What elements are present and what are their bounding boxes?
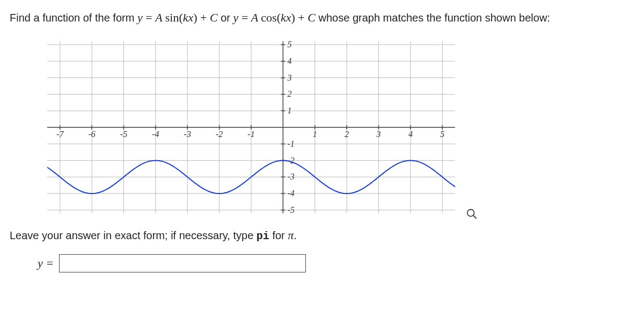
svg-text:-1: -1 [287, 139, 294, 148]
form1-y: y [137, 11, 143, 24]
svg-text:4: 4 [408, 130, 413, 139]
hint-suffix: . [294, 229, 297, 241]
chart-container: -7-6-5-4-3-2-112345 -5-4-3-2-112345 [31, 36, 471, 219]
answer-row: y = [38, 254, 634, 272]
svg-text:-3: -3 [184, 130, 191, 139]
svg-text:-3: -3 [287, 172, 294, 181]
svg-text:-4: -4 [152, 130, 159, 139]
svg-text:1: 1 [313, 130, 317, 139]
answer-input[interactable] [59, 254, 306, 272]
hint-text: Leave your answer in exact form; if nece… [10, 228, 634, 242]
svg-text:3: 3 [376, 130, 381, 139]
question-suffix: whose graph matches the function shown b… [319, 12, 550, 24]
svg-text:4: 4 [287, 56, 291, 66]
svg-text:2: 2 [287, 89, 291, 98]
svg-line-71 [473, 216, 477, 219]
pi-symbol: π [288, 228, 294, 242]
svg-text:-5: -5 [287, 205, 294, 214]
eq1: = [145, 11, 155, 24]
svg-text:5: 5 [287, 40, 291, 49]
hint-mid: for [272, 229, 288, 241]
svg-text:2: 2 [345, 130, 349, 139]
magnify-icon[interactable] [466, 208, 478, 220]
or-text: or [221, 12, 233, 24]
svg-text:-7: -7 [56, 130, 64, 139]
form2-y: y [233, 11, 239, 24]
form2-expr: A cos(kx) + C [251, 11, 316, 24]
answer-lhs: y = [38, 256, 54, 270]
form1-expr: A sin(kx) + C [155, 11, 218, 24]
pi-code: pi [257, 230, 269, 242]
chart: -7-6-5-4-3-2-112345 -5-4-3-2-112345 [31, 36, 460, 219]
hint-prefix: Leave your answer in exact form; if nece… [10, 229, 257, 241]
question-prefix: Find a function of the form [10, 12, 137, 24]
svg-text:-2: -2 [287, 156, 294, 165]
svg-text:5: 5 [440, 130, 444, 139]
svg-text:-4: -4 [287, 189, 294, 198]
eq2: = [241, 11, 251, 24]
svg-text:-2: -2 [216, 130, 223, 139]
question-text: Find a function of the form y = A sin(kx… [10, 9, 634, 26]
svg-text:-5: -5 [120, 130, 127, 139]
svg-text:-1: -1 [247, 130, 254, 139]
svg-text:3: 3 [287, 73, 291, 82]
svg-text:1: 1 [287, 106, 291, 115]
svg-text:-6: -6 [88, 130, 95, 139]
